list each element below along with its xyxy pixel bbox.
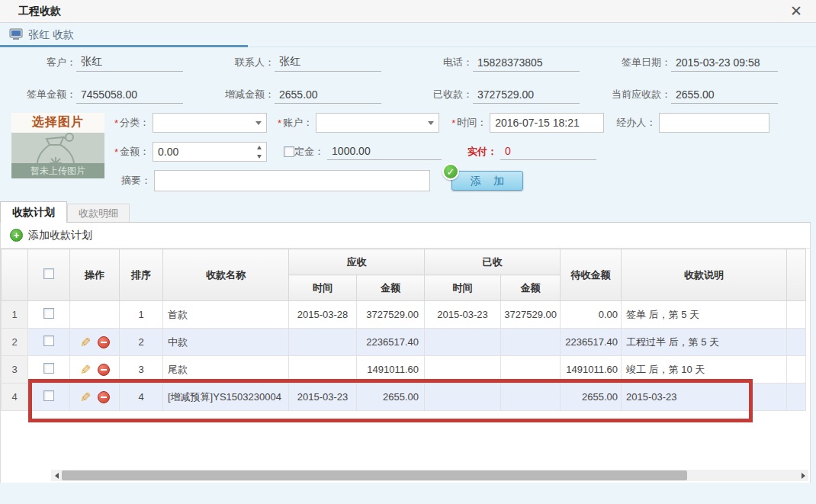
- category-select[interactable]: [153, 113, 267, 133]
- operator-input[interactable]: [659, 113, 769, 133]
- plan-panel: + 添加收款计划 操作 排序 收款名称 应收 已收 待收金额 收款说: [0, 222, 811, 483]
- row-checkbox[interactable]: [43, 308, 54, 319]
- row-checkbox[interactable]: [43, 335, 54, 346]
- info-field: 已收款： 3727529.00: [400, 88, 598, 104]
- row-number: 4: [2, 384, 28, 411]
- row-ops-cell: [70, 301, 120, 329]
- row-checkbox[interactable]: [43, 390, 54, 401]
- row-ops-cell: ✎: [70, 356, 120, 384]
- table-empty-area: [1, 411, 810, 470]
- delete-minus-icon[interactable]: [98, 364, 110, 376]
- time-input[interactable]: [490, 113, 604, 133]
- row-sort: 2: [120, 329, 163, 356]
- stepper-down-icon[interactable]: [252, 152, 266, 161]
- table-row[interactable]: 3 ✎ 3 尾款 1491011.60 1491011.60 竣工 后，第 10…: [2, 356, 806, 384]
- row-received-amount: [501, 329, 561, 356]
- info-field: 联系人： 张红: [201, 55, 400, 72]
- row-name: [增减预算]YS1503230004: [163, 384, 289, 411]
- scroll-left-icon[interactable]: [51, 470, 62, 481]
- operator-label: 经办人：: [616, 116, 656, 130]
- row-due-time: [289, 356, 357, 384]
- delete-minus-icon[interactable]: [98, 336, 110, 348]
- horizontal-scrollbar[interactable]: [51, 470, 808, 481]
- delete-minus-icon[interactable]: [98, 391, 110, 403]
- table-row[interactable]: 2 ✎ 2 中款 2236517.40 2236517.40 工程过半 后，第 …: [2, 329, 806, 356]
- scroll-right-icon[interactable]: [798, 470, 808, 481]
- row-received-amount: [501, 356, 561, 384]
- info-label: 签单金额：: [3, 88, 76, 104]
- row-note: 签单 后，第 5 天: [622, 301, 787, 329]
- time-label: 时间：: [457, 116, 487, 130]
- add-payment-button[interactable]: 添 加: [451, 171, 523, 191]
- row-number: 2: [2, 329, 28, 356]
- row-received-amount: [501, 384, 561, 411]
- add-button-wrap: ✓ 添 加: [451, 171, 523, 191]
- row-due-time: [289, 329, 357, 356]
- summary-input[interactable]: [154, 170, 430, 191]
- account-select[interactable]: [316, 113, 439, 133]
- row-select-cell: [28, 356, 70, 384]
- info-label: 签单日期：: [598, 56, 671, 72]
- row-checkbox[interactable]: [43, 363, 54, 374]
- row-tail-cell: [787, 329, 806, 356]
- row-ops-cell: ✎: [70, 329, 120, 356]
- close-icon[interactable]: ✕: [785, 2, 807, 20]
- header-note: 收款说明: [622, 249, 787, 301]
- info-value: 张红: [275, 55, 381, 72]
- amount-input[interactable]: [153, 143, 245, 161]
- row-select-cell: [28, 384, 70, 411]
- choose-image-button[interactable]: 选择图片: [11, 113, 104, 133]
- record-tab-label[interactable]: 张红 收款: [28, 28, 74, 42]
- info-label: 电话：: [400, 56, 473, 72]
- header-operation: 操作: [70, 249, 120, 301]
- header-due-group: 应收: [289, 249, 425, 275]
- row-due-amount: 1491011.60: [357, 356, 425, 384]
- row-received-time: 2015-03-23: [425, 301, 501, 329]
- tab-payment-plan[interactable]: 收款计划: [0, 201, 67, 223]
- edit-pencil-icon[interactable]: ✎: [77, 364, 93, 374]
- row-select-cell: [28, 329, 70, 356]
- deposit-checkbox[interactable]: [284, 146, 294, 157]
- chevron-down-icon: [255, 121, 262, 125]
- plan-table-header: 操作 排序 收款名称 应收 已收 待收金额 收款说明 时间 金额 时间 金额: [2, 249, 806, 301]
- plus-circle-icon[interactable]: +: [10, 229, 23, 242]
- header-rownum: [2, 249, 28, 301]
- plan-tabs: 收款计划 收款明细: [0, 201, 816, 223]
- edit-pencil-icon[interactable]: ✎: [77, 336, 93, 347]
- stepper-up-icon[interactable]: [252, 143, 266, 152]
- info-value: 3727529.00: [473, 88, 580, 104]
- info-value: 15828373805: [473, 56, 580, 72]
- info-label: 当前应收款：: [598, 88, 671, 104]
- row-due-amount: 3727529.00: [357, 301, 425, 329]
- add-plan-link[interactable]: 添加收款计划: [28, 229, 92, 242]
- row-due-amount: 2655.00: [357, 384, 425, 411]
- header-select: [28, 249, 70, 301]
- table-row[interactable]: 1 1 首款 2015-03-28 3727529.00 2015-03-23 …: [2, 301, 806, 329]
- image-picker[interactable]: 选择图片 暂未上传图片: [11, 113, 104, 178]
- amount-stepper[interactable]: [153, 142, 267, 162]
- form-rows: * 分类： * 账户： * 时间： 经办人： * 金额：: [114, 111, 816, 198]
- monitor-icon: [9, 28, 23, 43]
- row-sort: 1: [120, 301, 163, 329]
- info-value: 2655.00: [275, 88, 381, 104]
- table-row[interactable]: 4 ✎ 4 [增减预算]YS1503230004 2015-03-23 2655…: [2, 384, 806, 411]
- amount-label: 金额：: [120, 145, 149, 159]
- form-row-3: 摘要： ✓ 添 加: [114, 169, 816, 192]
- info-field: 签单金额： 7455058.00: [3, 88, 201, 104]
- required-mark: *: [114, 146, 118, 158]
- row-due-time: 2015-03-23: [289, 384, 357, 411]
- project-payment-dialog: 工程收款 ✕ 张红 收款 客户： 张红 联系人： 张红 电话： 158: [0, 0, 816, 504]
- row-sort: 4: [120, 384, 163, 411]
- info-field: 签单日期： 2015-03-23 09:58: [598, 56, 813, 72]
- info-field: 客户： 张红: [3, 55, 201, 72]
- scrollbar-thumb[interactable]: [62, 470, 687, 480]
- category-label: 分类：: [120, 116, 149, 130]
- row-due-amount: 2236517.40: [357, 329, 425, 356]
- select-all-checkbox[interactable]: [43, 268, 54, 279]
- row-pending-amount: 2655.00: [561, 384, 622, 411]
- header-received-amount: 金额: [501, 275, 561, 301]
- form-row-1: * 分类： * 账户： * 时间： 经办人：: [114, 111, 816, 134]
- edit-pencil-icon[interactable]: ✎: [77, 391, 93, 402]
- tab-payment-detail[interactable]: 收款明细: [67, 204, 130, 223]
- row-tail-cell: [787, 356, 806, 384]
